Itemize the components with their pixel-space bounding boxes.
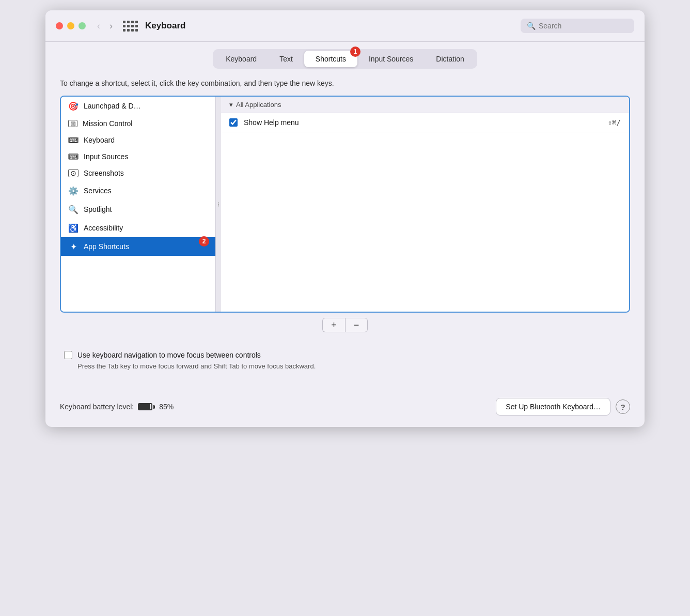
battery-fill bbox=[139, 404, 149, 409]
chevron-down-icon: ▾ bbox=[229, 101, 233, 109]
tab-dictation[interactable]: Dictation bbox=[425, 51, 475, 67]
sidebar-item-app-shortcuts[interactable]: ✦ App Shortcuts 2 bbox=[61, 237, 215, 256]
sidebar-item-keyboard[interactable]: ⌨ Keyboard bbox=[61, 132, 215, 148]
group-header[interactable]: ▾ All Applications bbox=[221, 97, 629, 113]
search-input[interactable] bbox=[539, 22, 628, 30]
grid-dot bbox=[127, 25, 130, 27]
sidebar-item-label: Mission Control bbox=[83, 119, 132, 128]
battery-body bbox=[138, 403, 152, 410]
launchpad-icon: 🎯 bbox=[68, 101, 79, 111]
grid-dot bbox=[123, 21, 126, 23]
minimize-button[interactable] bbox=[67, 22, 74, 29]
tabs: Keyboard Text Shortcuts 1 Input Sources … bbox=[213, 49, 477, 69]
sidebar-item-mission-control[interactable]: ⊞ Mission Control bbox=[61, 115, 215, 132]
nav-buttons: ‹ › bbox=[94, 20, 116, 33]
tab-shortcuts[interactable]: Shortcuts bbox=[304, 51, 357, 67]
tabs-wrapper: Keyboard Text Shortcuts 1 Input Sources … bbox=[45, 42, 645, 69]
app-shortcuts-badge: 2 bbox=[199, 236, 209, 247]
nav-hint: Press the Tab key to move focus forward … bbox=[77, 362, 626, 370]
show-help-menu-checkbox[interactable] bbox=[229, 118, 238, 127]
battery-percent: 85% bbox=[159, 403, 174, 411]
content-area: To change a shortcut, select it, click t… bbox=[45, 69, 645, 380]
shortcut-row: Show Help menu ⇧⌘/ bbox=[221, 113, 629, 132]
search-icon: 🔍 bbox=[527, 22, 536, 30]
sidebar-item-label: Accessibility bbox=[84, 224, 123, 232]
sidebar-item-launchpad[interactable]: 🎯 Launchpad & D… bbox=[61, 97, 215, 115]
group-header-label: All Applications bbox=[236, 101, 281, 109]
nav-checkbox-section: Use keyboard navigation to move focus be… bbox=[60, 351, 630, 370]
traffic-lights bbox=[56, 22, 86, 29]
battery-label: Keyboard battery level: bbox=[60, 403, 134, 411]
sidebar-item-label: Launchpad & D… bbox=[84, 102, 141, 110]
battery-tip bbox=[153, 405, 155, 409]
spotlight-icon: 🔍 bbox=[68, 204, 79, 214]
sidebar-item-label: Keyboard bbox=[84, 136, 115, 144]
input-sources-icon: ⌨ bbox=[68, 153, 79, 160]
sidebar-list: 🎯 Launchpad & D… ⊞ Mission Control ⌨ Key… bbox=[61, 97, 216, 312]
grid-dot bbox=[135, 21, 138, 23]
sidebar-item-spotlight[interactable]: 🔍 Spotlight bbox=[61, 200, 215, 219]
battery-section: Keyboard battery level: 85% bbox=[60, 403, 174, 411]
divider-handle[interactable]: ··· bbox=[216, 97, 221, 312]
nav-checkbox[interactable] bbox=[64, 351, 72, 359]
back-button[interactable]: ‹ bbox=[94, 20, 103, 33]
right-panel: ▾ All Applications Show Help menu ⇧⌘/ bbox=[221, 97, 629, 312]
mission-control-icon: ⊞ bbox=[68, 120, 77, 127]
keyboard-icon: ⌨ bbox=[68, 137, 79, 143]
sidebar-item-input-sources[interactable]: ⌨ Input Sources bbox=[61, 148, 215, 165]
footer-buttons: Set Up Bluetooth Keyboard… ? bbox=[496, 398, 630, 415]
sidebar-item-label: App Shortcuts bbox=[84, 242, 129, 251]
nav-checkbox-row: Use keyboard navigation to move focus be… bbox=[64, 351, 626, 359]
description-text: To change a shortcut, select it, click t… bbox=[60, 79, 630, 87]
sidebar-item-screenshots[interactable]: ⊙ Screenshots bbox=[61, 165, 215, 181]
grid-dot bbox=[127, 21, 130, 23]
setup-bluetooth-button[interactable]: Set Up Bluetooth Keyboard… bbox=[496, 398, 610, 415]
accessibility-icon: ♿ bbox=[68, 223, 79, 233]
main-panel: 🎯 Launchpad & D… ⊞ Mission Control ⌨ Key… bbox=[60, 96, 630, 313]
tab-shortcuts-container: Shortcuts 1 bbox=[304, 51, 357, 67]
add-shortcut-button[interactable]: + bbox=[322, 318, 345, 332]
grid-dot bbox=[135, 25, 138, 27]
grid-dot bbox=[127, 29, 130, 32]
sidebar-item-label: Input Sources bbox=[84, 152, 128, 161]
remove-shortcut-button[interactable]: − bbox=[345, 318, 368, 332]
tab-keyboard[interactable]: Keyboard bbox=[214, 51, 268, 67]
shortcut-name: Show Help menu bbox=[244, 118, 602, 127]
grid-dot bbox=[135, 29, 138, 32]
grid-dot bbox=[131, 21, 134, 23]
sidebar-item-label: Screenshots bbox=[84, 169, 124, 177]
services-icon: ⚙️ bbox=[68, 186, 79, 196]
maximize-button[interactable] bbox=[79, 22, 86, 29]
sidebar-item-label: Services bbox=[84, 187, 112, 195]
sidebar-item-services[interactable]: ⚙️ Services bbox=[61, 181, 215, 200]
battery-icon bbox=[138, 403, 155, 410]
app-shortcuts-icon: ✦ bbox=[68, 241, 79, 252]
forward-button[interactable]: › bbox=[106, 20, 116, 33]
sidebar-item-accessibility[interactable]: ♿ Accessibility bbox=[61, 219, 215, 237]
grid-dot bbox=[123, 29, 126, 32]
shortcut-keys: ⇧⌘/ bbox=[608, 118, 621, 127]
grid-dot bbox=[131, 25, 134, 27]
apps-grid-icon[interactable] bbox=[123, 21, 138, 32]
search-box[interactable]: 🔍 bbox=[521, 19, 634, 33]
tab-input-sources[interactable]: Input Sources bbox=[357, 51, 425, 67]
window-title: Keyboard bbox=[145, 21, 521, 31]
tab-text[interactable]: Text bbox=[268, 51, 304, 67]
grid-dot bbox=[123, 25, 126, 27]
close-button[interactable] bbox=[56, 22, 63, 29]
nav-checkbox-label: Use keyboard navigation to move focus be… bbox=[77, 351, 261, 359]
keyboard-window: ‹ › Keyboard 🔍 Keyboard Text bbox=[45, 10, 645, 427]
help-button[interactable]: ? bbox=[616, 399, 630, 414]
bottom-controls: + − bbox=[60, 318, 630, 332]
screenshots-icon: ⊙ bbox=[68, 169, 79, 177]
sidebar-item-label: Spotlight bbox=[84, 205, 112, 213]
grid-dot bbox=[131, 29, 134, 32]
titlebar: ‹ › Keyboard 🔍 bbox=[45, 10, 645, 42]
footer: Keyboard battery level: 85% Set Up Bluet… bbox=[45, 389, 645, 427]
